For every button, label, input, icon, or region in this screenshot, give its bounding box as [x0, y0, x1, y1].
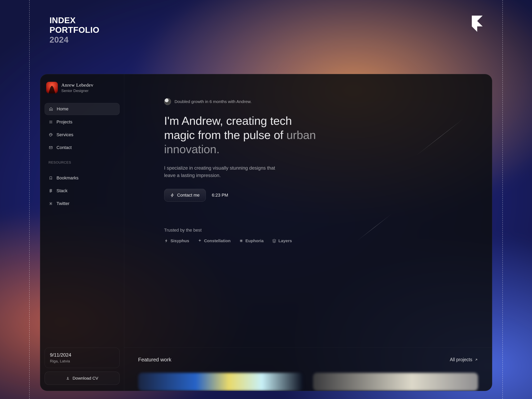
- list-icon: [49, 120, 53, 124]
- layers-icon: [272, 239, 276, 243]
- testimonial-text: Doubled growth in 6 months with Andrew.: [175, 99, 252, 104]
- guide-left: [29, 0, 30, 399]
- nav-projects[interactable]: Projects: [44, 116, 120, 128]
- download-icon: [66, 376, 70, 380]
- trusted-by: Trusted by the best Sisyphus Constellati…: [164, 228, 492, 243]
- nav-twitter[interactable]: Twitter: [44, 198, 120, 209]
- logo-sisyphus: Sisyphus: [164, 238, 189, 243]
- mail-icon: [49, 146, 53, 150]
- download-label: Download CV: [73, 376, 98, 380]
- meta-card: 9/11/2024 Riga, Latvia: [44, 348, 120, 368]
- nav-stack[interactable]: Stack: [44, 185, 120, 196]
- resources-label: RESOURCES: [44, 153, 120, 167]
- palette-icon: [49, 133, 53, 137]
- nav-label: Bookmarks: [57, 175, 79, 181]
- hero-headline: I'm Andrew, creating tech magic from the…: [164, 114, 320, 156]
- nav-label: Home: [57, 106, 69, 112]
- local-time: 6:23 PM: [212, 193, 228, 198]
- trusted-label: Trusted by the best: [164, 228, 492, 233]
- logo-layers: Layers: [272, 238, 292, 243]
- resources-nav: Bookmarks Stack Twitter: [44, 172, 120, 209]
- figma-icon: [49, 189, 53, 193]
- home-icon: [49, 107, 53, 111]
- bookmark-icon: [49, 176, 53, 180]
- svg-point-0: [50, 134, 50, 135]
- x-icon: [49, 201, 53, 206]
- nav-home[interactable]: Home: [44, 103, 120, 115]
- svg-point-2: [51, 134, 52, 135]
- project-thumbnail[interactable]: [313, 373, 478, 391]
- asterisk-icon: [239, 239, 243, 243]
- primary-nav: Home Projects Services: [44, 103, 120, 153]
- logo-label: Constellation: [204, 238, 231, 243]
- nav-label: Stack: [57, 188, 68, 193]
- app-window: Anrew Lebedev Senior Designer Home Proje…: [40, 74, 492, 391]
- arrow-up-right-icon: [475, 358, 478, 361]
- logo-label: Euphoria: [245, 238, 264, 243]
- profile-name: Anrew Lebedev: [61, 82, 93, 88]
- hero-section: Doubled growth in 6 months with Andrew. …: [124, 74, 492, 348]
- nav-label: Services: [57, 132, 73, 137]
- guide-right: [502, 0, 503, 399]
- current-date: 9/11/2024: [50, 352, 114, 358]
- avatar: [46, 82, 58, 93]
- framer-logo-icon: [472, 16, 483, 31]
- download-cv-button[interactable]: Download CV: [44, 372, 120, 385]
- logo-label: Layers: [279, 238, 292, 243]
- nav-label: Twitter: [57, 201, 70, 206]
- heading-line-2: PORTFOLIO: [49, 25, 99, 35]
- profile-role: Senior Designer: [61, 89, 93, 93]
- heading-year: 2024: [49, 35, 99, 44]
- profile-block: Anrew Lebedev Senior Designer: [44, 80, 120, 98]
- all-projects-link[interactable]: All projects: [450, 357, 478, 362]
- nav-label: Projects: [57, 119, 72, 125]
- featured-thumbnails: [138, 373, 478, 391]
- sparkle-icon: [198, 239, 202, 243]
- hero-subtext: I specialize in creating visually stunni…: [164, 164, 276, 179]
- nav-contact[interactable]: Contact: [44, 142, 120, 153]
- logo-constellation: Constellation: [198, 238, 231, 243]
- testimonial: Doubled growth in 6 months with Andrew.: [164, 98, 492, 105]
- main-column: Doubled growth in 6 months with Andrew. …: [124, 74, 492, 391]
- all-projects-label: All projects: [450, 357, 472, 362]
- nav-services[interactable]: Services: [44, 129, 120, 141]
- lightning-icon: [164, 239, 169, 243]
- heading-line-1: INDEX: [49, 16, 99, 25]
- nav-bookmarks[interactable]: Bookmarks: [44, 172, 120, 184]
- bolt-icon: [171, 193, 174, 197]
- nav-label: Contact: [57, 145, 72, 150]
- contact-label: Contact me: [177, 193, 200, 198]
- svg-point-1: [51, 134, 51, 134]
- headline-main: I'm Andrew, creating tech magic from the…: [164, 114, 292, 141]
- logo-euphoria: Euphoria: [239, 238, 264, 243]
- contact-button[interactable]: Contact me: [164, 189, 206, 202]
- testimonial-avatar: [164, 98, 171, 105]
- logo-label: Sisyphus: [171, 238, 189, 243]
- project-thumbnail[interactable]: [138, 373, 303, 391]
- page-heading: INDEX PORTFOLIO 2024: [49, 16, 99, 44]
- location: Riga, Latvia: [50, 359, 114, 363]
- sidebar: Anrew Lebedev Senior Designer Home Proje…: [40, 74, 124, 391]
- featured-section: Featured work All projects: [124, 348, 492, 391]
- featured-title: Featured work: [138, 357, 171, 363]
